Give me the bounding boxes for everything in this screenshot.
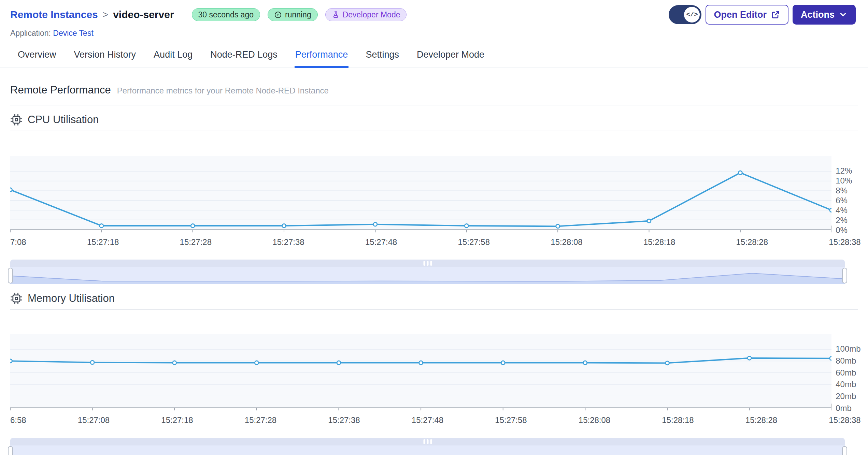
memory-section: Memory Utilisation 100mb80mb60mb40mb20mb… — [10, 290, 858, 455]
tab-performance[interactable]: Performance — [295, 47, 349, 68]
page-head: Remote Performance Performance metrics f… — [10, 84, 858, 105]
instance-name: video-server — [113, 9, 174, 20]
cpu-brush-minimap[interactable] — [10, 267, 845, 284]
cpu-range-selector — [10, 260, 845, 284]
cpu-y-tick-label: 8% — [836, 186, 848, 196]
cpu-y-tick-label: 2% — [836, 215, 848, 225]
memory-x-tick-label: 15:27:28 — [245, 415, 276, 425]
memory-x-tick-label: 15:28:18 — [662, 415, 694, 425]
cpu-y-tick-label: 4% — [836, 205, 848, 216]
cpu-minimap-chart — [10, 267, 845, 284]
memory-brush-handle-left[interactable] — [8, 446, 13, 455]
tab-developer-mode[interactable]: Developer Mode — [416, 47, 485, 68]
application-link[interactable]: Device Test — [53, 29, 93, 38]
cpu-y-tick-label: 0% — [836, 225, 848, 235]
open-editor-label: Open Editor — [714, 10, 767, 20]
cpu-brush-track[interactable] — [10, 260, 845, 267]
main-content: Remote Performance Performance metrics f… — [0, 84, 868, 455]
memory-x-tick-label: 15:27:38 — [328, 415, 360, 425]
cpu-x-tick-label: 7:08 — [10, 237, 26, 247]
cpu-section: CPU Utilisation 12%10%8%6%4%2%0% 7:0815:… — [10, 111, 858, 284]
developer-mode-label: Developer Mode — [343, 10, 400, 19]
memory-brush-track[interactable] — [10, 438, 845, 445]
cpu-y-tick-label: 12% — [836, 166, 852, 176]
open-editor-button[interactable]: Open Editor — [706, 5, 788, 25]
memory-x-tick-label: 15:27:18 — [161, 415, 193, 425]
chevron-down-icon — [839, 10, 848, 19]
play-circle-icon — [274, 11, 282, 19]
application-row: Application: Device Test — [10, 29, 856, 38]
actions-button[interactable]: Actions — [793, 5, 856, 25]
last-seen-badge: 30 seconds ago — [192, 8, 260, 21]
memory-y-tick-label: 20mb — [836, 391, 856, 401]
cpu-line-chart — [10, 156, 831, 235]
memory-brush-minimap[interactable] — [10, 445, 845, 455]
memory-y-tick-label: 40mb — [836, 379, 856, 390]
cpu-chart: 12%10%8%6%4%2%0% 7:0815:27:1815:27:2815:… — [10, 156, 858, 284]
header: Remote Instances > video-server 30 secon… — [0, 0, 868, 38]
memory-y-tick-label: 60mb — [836, 368, 856, 378]
cpu-y-axis: 12%10%8%6%4%2%0% — [831, 156, 858, 235]
memory-x-axis: 6:5815:27:0815:27:1815:27:2815:27:3815:2… — [10, 413, 845, 426]
cpu-y-tick-label: 10% — [836, 176, 852, 186]
cpu-y-tick-label: 6% — [836, 195, 848, 206]
running-status-label: running — [285, 10, 311, 19]
page-subtitle: Performance metrics for your Remote Node… — [117, 86, 329, 96]
tab-overview[interactable]: Overview — [17, 47, 57, 68]
application-label: Application: — [10, 29, 51, 38]
cpu-section-title: CPU Utilisation — [28, 114, 99, 126]
cpu-x-tick-label: 15:27:48 — [365, 237, 397, 247]
memory-x-tick-label: 15:28:38 — [829, 415, 860, 425]
cpu-x-tick-label: 15:28:08 — [551, 237, 582, 247]
tab-version-history[interactable]: Version History — [73, 47, 137, 68]
tab-node-red-logs[interactable]: Node-RED Logs — [210, 47, 278, 68]
tab-bar: Overview Version History Audit Log Node-… — [0, 47, 868, 68]
external-link-icon — [771, 10, 780, 19]
memory-x-tick-label: 6:58 — [10, 415, 26, 425]
memory-x-tick-label: 15:28:28 — [745, 415, 777, 425]
cpu-x-tick-label: 15:28:18 — [643, 237, 675, 247]
cpu-x-tick-label: 15:27:18 — [87, 237, 119, 247]
developer-mode-toggle[interactable]: </> — [669, 5, 701, 24]
memory-y-tick-label: 0mb — [836, 403, 852, 413]
memory-section-title: Memory Utilisation — [28, 292, 115, 305]
developer-mode-badge: Developer Mode — [325, 8, 407, 21]
last-seen-label: 30 seconds ago — [198, 10, 254, 19]
breadcrumb-separator: > — [103, 9, 108, 20]
memory-brush-handle-right[interactable] — [842, 446, 847, 455]
cpu-brush-handle-left[interactable] — [8, 268, 13, 283]
memory-chart: 100mb80mb60mb40mb20mb0mb 6:5815:27:0815:… — [10, 334, 858, 455]
flask-icon — [332, 11, 340, 19]
memory-range-selector — [10, 438, 845, 455]
running-status-badge: running — [268, 8, 318, 21]
code-icon: </> — [684, 7, 700, 23]
memory-section-head: Memory Utilisation — [10, 290, 858, 310]
cpu-x-tick-label: 15:27:38 — [272, 237, 304, 247]
cpu-brush-handle-right[interactable] — [842, 268, 847, 283]
page-title: Remote Performance — [10, 84, 111, 96]
status-badges: 30 seconds ago running Developer Mode — [192, 8, 407, 21]
cpu-x-axis: 7:0815:27:1815:27:2815:27:3815:27:4815:2… — [10, 235, 845, 248]
cpu-x-tick-label: 15:27:28 — [180, 237, 212, 247]
breadcrumb-remote-instances-link[interactable]: Remote Instances — [10, 9, 98, 20]
memory-x-tick-label: 15:28:08 — [579, 415, 610, 425]
memory-x-tick-label: 15:27:58 — [495, 415, 527, 425]
drag-grip-icon[interactable] — [423, 261, 432, 266]
tab-audit-log[interactable]: Audit Log — [153, 47, 193, 68]
actions-label: Actions — [801, 10, 835, 20]
cpu-x-tick-label: 15:28:28 — [736, 237, 768, 247]
cpu-x-tick-label: 15:27:58 — [458, 237, 490, 247]
memory-x-tick-label: 15:27:48 — [412, 415, 443, 425]
memory-minimap-chart — [10, 445, 845, 455]
memory-chip-icon — [10, 292, 23, 305]
memory-y-axis: 100mb80mb60mb40mb20mb0mb — [831, 334, 858, 413]
cpu-section-head: CPU Utilisation — [10, 111, 858, 131]
memory-x-tick-label: 15:27:08 — [78, 415, 110, 425]
cpu-x-tick-label: 15:28:38 — [829, 237, 860, 247]
breadcrumb: Remote Instances > video-server — [10, 9, 174, 20]
cpu-chip-icon — [10, 114, 23, 126]
drag-grip-icon[interactable] — [423, 439, 432, 444]
tab-settings[interactable]: Settings — [365, 47, 400, 68]
memory-y-tick-label: 80mb — [836, 356, 856, 366]
memory-line-chart — [10, 334, 831, 413]
